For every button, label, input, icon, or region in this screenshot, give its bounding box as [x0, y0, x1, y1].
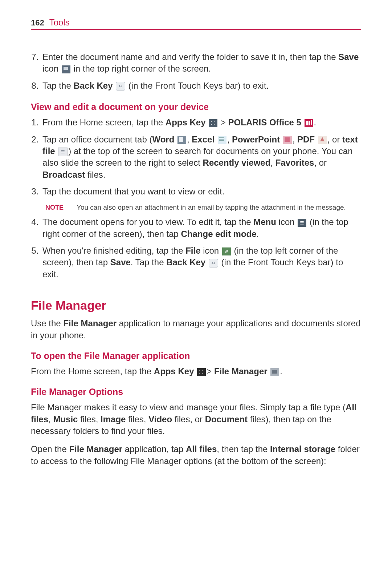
- file-manager-icon: [270, 368, 279, 376]
- back-key-icon: [209, 259, 218, 267]
- menu-icon: [298, 219, 306, 227]
- subheading-view-edit: View and edit a document on your device: [31, 102, 361, 112]
- step-8: Tap the Back Key (in the Front Touch Key…: [41, 80, 361, 92]
- file-icon: [222, 247, 231, 255]
- step-b2: Tap an office document tab (Word , Excel…: [41, 134, 361, 181]
- step-b4: The document opens for you to view. To e…: [41, 216, 361, 240]
- apps-key-icon: [209, 119, 217, 127]
- word-icon: [177, 136, 186, 144]
- back-key-icon: [116, 82, 125, 90]
- powerpoint-icon: [283, 136, 292, 144]
- step-b3: Tap the document that you want to view o…: [41, 186, 361, 197]
- note-row: NOTE You can also open an attachment in …: [41, 203, 361, 212]
- step-b1: From the Home screen, tap the Apps Key >…: [41, 117, 361, 128]
- pdf-icon: [318, 136, 327, 144]
- steps-view-edit: From the Home screen, tap the Apps Key >…: [31, 117, 361, 280]
- excel-icon: [218, 136, 226, 144]
- fm-options-p2: Open the File Manager application, tap A…: [31, 443, 361, 467]
- section-title-file-manager: File Manager: [31, 298, 361, 313]
- apps-key-icon: [197, 368, 206, 376]
- step-b5: When you're finished editing, tap the Fi…: [41, 245, 361, 280]
- steps-continued: Enter the document name and and verify t…: [31, 51, 361, 92]
- save-icon: [62, 65, 70, 73]
- subheading-fm-options: File Manager Options: [31, 387, 361, 397]
- text-file-icon: [58, 148, 68, 156]
- page-number: 162: [31, 18, 44, 28]
- polaris-office-icon: [305, 119, 313, 127]
- file-manager-intro: Use the File Manager application to mana…: [31, 318, 361, 341]
- page-header: 162 Tools: [31, 17, 361, 30]
- note-label: NOTE: [41, 203, 77, 212]
- document-page: 162 Tools Enter the document name and an…: [0, 0, 392, 564]
- fm-options-p1: File Manager makes it easy to view and m…: [31, 402, 361, 437]
- subheading-open-fm: To open the File Manager application: [31, 351, 361, 361]
- open-fm-instruction: From the Home screen, tap the Apps Key >…: [31, 366, 361, 377]
- step-7: Enter the document name and and verify t…: [41, 51, 361, 75]
- section-name: Tools: [49, 17, 70, 28]
- note-text: You can also open an attachment in an em…: [77, 203, 346, 212]
